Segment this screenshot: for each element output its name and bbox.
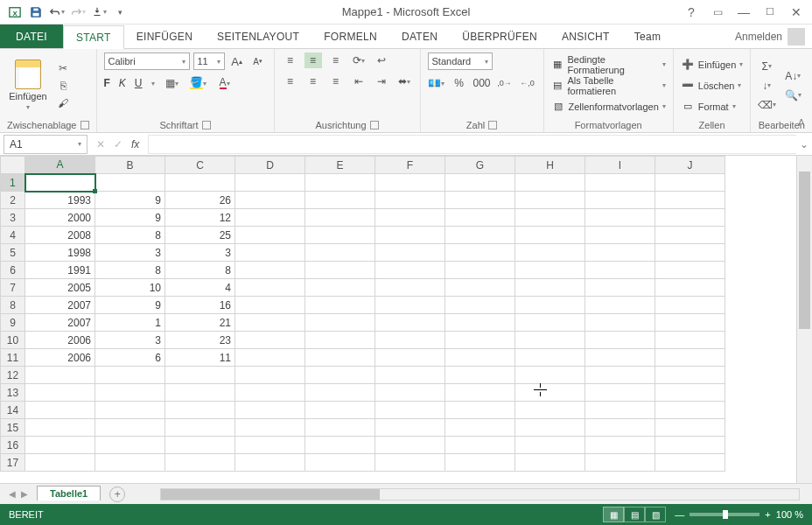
cell[interactable]: 8 — [95, 262, 165, 279]
border-icon[interactable]: ▦▾ — [164, 75, 181, 91]
cell[interactable] — [585, 367, 655, 384]
cell[interactable] — [375, 279, 445, 297]
cell[interactable] — [305, 402, 375, 419]
increase-font-icon[interactable]: A▴ — [228, 53, 246, 69]
cell[interactable] — [515, 297, 585, 314]
qat-customize-icon[interactable]: ▾ — [110, 3, 130, 22]
cell[interactable] — [445, 209, 515, 227]
maximize-icon[interactable]: ☐ — [761, 6, 779, 18]
font-name-combo[interactable]: Calibri▾ — [104, 52, 190, 70]
cell[interactable]: 16 — [165, 297, 235, 314]
cell[interactable] — [515, 367, 585, 384]
italic-button[interactable]: K — [119, 77, 126, 89]
tab-team[interactable]: Team — [622, 24, 674, 48]
cell-styles-button[interactable]: ▧Zellenformatvorlagen▾ — [551, 98, 666, 116]
cell[interactable] — [95, 384, 165, 402]
col-header[interactable]: H — [515, 157, 585, 174]
ribbon-options-icon[interactable]: ▭ — [709, 6, 726, 18]
sign-in[interactable]: Anmelden — [728, 24, 812, 48]
cell[interactable] — [375, 332, 445, 349]
formula-input[interactable] — [148, 135, 796, 154]
select-all-corner[interactable] — [1, 157, 25, 174]
cell[interactable] — [235, 244, 305, 262]
cell[interactable] — [445, 419, 515, 437]
cell[interactable] — [585, 174, 655, 192]
help-icon[interactable]: ? — [682, 5, 700, 19]
row-header[interactable]: 7 — [1, 279, 25, 297]
cell[interactable] — [515, 262, 585, 279]
tab-start[interactable]: START — [63, 25, 124, 49]
dialog-launcher-icon[interactable] — [202, 121, 211, 130]
cell[interactable]: 25 — [165, 227, 235, 244]
cell[interactable] — [305, 174, 375, 192]
cell[interactable] — [305, 209, 375, 227]
cell[interactable] — [515, 349, 585, 367]
sort-filter-icon[interactable]: A↓▾ — [780, 68, 805, 84]
cell[interactable] — [515, 209, 585, 227]
currency-icon[interactable]: 💶▾ — [428, 75, 445, 91]
cell[interactable] — [655, 279, 725, 297]
font-size-combo[interactable]: 11▾ — [193, 52, 225, 70]
cell[interactable] — [515, 227, 585, 244]
cell[interactable] — [375, 297, 445, 314]
insert-cells-button[interactable]: ➕Einfügen▾ — [681, 56, 743, 74]
row-header[interactable]: 9 — [1, 314, 25, 332]
tab-file[interactable]: DATEI — [0, 24, 63, 48]
cell[interactable] — [585, 192, 655, 209]
cell[interactable]: 12 — [165, 209, 235, 227]
cell[interactable] — [235, 279, 305, 297]
cell[interactable] — [655, 384, 725, 402]
cell[interactable] — [375, 454, 445, 472]
cell[interactable]: 1 — [95, 314, 165, 332]
cell[interactable] — [305, 367, 375, 384]
cell[interactable]: 3 — [165, 244, 235, 262]
add-sheet-button[interactable]: + — [109, 486, 125, 502]
row-header[interactable]: 13 — [1, 384, 25, 402]
horizontal-scrollbar[interactable] — [160, 488, 800, 500]
align-bottom-icon[interactable]: ≡ — [327, 52, 345, 68]
conditional-formatting-button[interactable]: ▦Bedingte Formatierung▾ — [551, 56, 666, 74]
cell[interactable]: 8 — [165, 262, 235, 279]
cell[interactable] — [305, 384, 375, 402]
cell[interactable] — [445, 227, 515, 244]
cell[interactable] — [655, 332, 725, 349]
cell[interactable] — [165, 384, 235, 402]
cell[interactable]: 10 — [95, 279, 165, 297]
row-header[interactable]: 11 — [1, 349, 25, 367]
cell[interactable] — [585, 209, 655, 227]
cell[interactable] — [655, 297, 725, 314]
cell[interactable] — [515, 384, 585, 402]
cell[interactable] — [445, 262, 515, 279]
cell[interactable] — [655, 402, 725, 419]
decrease-font-icon[interactable]: A▾ — [249, 53, 267, 69]
expand-formula-bar-icon[interactable]: ⌄ — [796, 138, 812, 150]
percent-icon[interactable]: % — [451, 75, 468, 91]
sheet-nav-prev-icon[interactable]: ◀ — [9, 489, 16, 499]
indent-decrease-icon[interactable]: ⇤ — [350, 74, 368, 89]
cell[interactable] — [515, 174, 585, 192]
cell[interactable] — [655, 419, 725, 437]
format-painter-icon[interactable]: 🖌 — [54, 95, 72, 111]
cell[interactable] — [305, 419, 375, 437]
col-header[interactable]: B — [95, 157, 165, 174]
cell[interactable] — [375, 209, 445, 227]
save-icon[interactable] — [26, 3, 46, 22]
cell[interactable] — [445, 437, 515, 454]
cell[interactable] — [235, 454, 305, 472]
dialog-launcher-icon[interactable] — [488, 121, 497, 130]
delete-cells-button[interactable]: ➖Löschen▾ — [681, 77, 743, 94]
collapse-ribbon-icon[interactable]: ᐱ — [798, 117, 805, 129]
cell[interactable] — [305, 227, 375, 244]
cell[interactable]: 8 — [95, 227, 165, 244]
cell[interactable] — [515, 192, 585, 209]
name-box[interactable]: A1▾ — [4, 135, 88, 154]
cell[interactable] — [235, 262, 305, 279]
cell[interactable] — [445, 454, 515, 472]
cell[interactable]: 23 — [165, 332, 235, 349]
decrease-decimal-icon[interactable]: ←,0 — [519, 75, 536, 91]
cell[interactable] — [95, 437, 165, 454]
vertical-scrollbar[interactable] — [796, 156, 812, 483]
minimize-icon[interactable]: — — [735, 5, 752, 19]
cell[interactable] — [655, 209, 725, 227]
cell[interactable] — [655, 227, 725, 244]
